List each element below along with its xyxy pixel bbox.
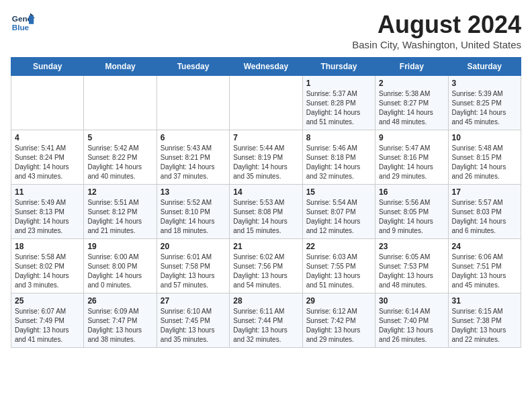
main-title: August 2024 — [352, 11, 521, 39]
calendar-cell: 12Sunrise: 5:51 AM Sunset: 8:12 PM Dayli… — [84, 185, 157, 239]
sub-title: Basin City, Washington, United States — [352, 39, 521, 50]
day-number: 27 — [161, 296, 226, 306]
calendar-cell: 30Sunrise: 6:14 AM Sunset: 7:40 PM Dayli… — [375, 293, 448, 348]
day-number: 13 — [161, 187, 226, 197]
day-wednesday: Wednesday — [230, 58, 302, 76]
day-info: Sunrise: 6:01 AM Sunset: 7:58 PM Dayligh… — [161, 253, 226, 290]
day-number: 19 — [87, 242, 152, 251]
calendar-week-4: 18Sunrise: 5:58 AM Sunset: 8:02 PM Dayli… — [11, 239, 521, 293]
calendar-cell: 18Sunrise: 5:58 AM Sunset: 8:02 PM Dayli… — [11, 239, 84, 293]
day-info: Sunrise: 5:38 AM Sunset: 8:27 PM Dayligh… — [379, 89, 444, 127]
calendar-cell: 11Sunrise: 5:49 AM Sunset: 8:13 PM Dayli… — [11, 185, 84, 239]
logo-icon: General Blue — [11, 11, 35, 35]
day-info: Sunrise: 5:48 AM Sunset: 8:15 PM Dayligh… — [452, 144, 517, 181]
day-number: 17 — [452, 187, 517, 197]
calendar-cell: 14Sunrise: 5:53 AM Sunset: 8:08 PM Dayli… — [230, 185, 302, 239]
calendar-cell: 28Sunrise: 6:11 AM Sunset: 7:44 PM Dayli… — [230, 293, 302, 348]
day-number: 25 — [15, 296, 80, 306]
day-number: 26 — [87, 296, 152, 306]
day-info: Sunrise: 6:05 AM Sunset: 7:53 PM Dayligh… — [379, 253, 444, 290]
day-number: 29 — [306, 296, 371, 306]
calendar-cell: 4Sunrise: 5:41 AM Sunset: 8:24 PM Daylig… — [11, 130, 84, 185]
day-info: Sunrise: 6:07 AM Sunset: 7:49 PM Dayligh… — [15, 307, 80, 345]
day-number: 12 — [87, 187, 152, 197]
svg-marker-2 — [29, 15, 34, 24]
calendar-cell: 21Sunrise: 6:02 AM Sunset: 7:56 PM Dayli… — [230, 239, 302, 293]
day-number: 3 — [452, 79, 517, 88]
calendar-body: 1Sunrise: 5:37 AM Sunset: 8:28 PM Daylig… — [11, 76, 521, 348]
day-info: Sunrise: 6:09 AM Sunset: 7:47 PM Dayligh… — [87, 307, 152, 345]
day-info: Sunrise: 5:58 AM Sunset: 8:02 PM Dayligh… — [15, 253, 80, 290]
logo: General Blue — [11, 11, 35, 35]
day-number: 2 — [379, 79, 444, 88]
calendar-cell: 23Sunrise: 6:05 AM Sunset: 7:53 PM Dayli… — [375, 239, 448, 293]
calendar-cell: 7Sunrise: 5:44 AM Sunset: 8:19 PM Daylig… — [230, 130, 302, 185]
day-info: Sunrise: 5:54 AM Sunset: 8:07 PM Dayligh… — [306, 198, 371, 236]
day-number: 21 — [233, 242, 298, 251]
day-info: Sunrise: 5:42 AM Sunset: 8:22 PM Dayligh… — [87, 144, 152, 181]
day-info: Sunrise: 6:02 AM Sunset: 7:56 PM Dayligh… — [233, 253, 298, 290]
day-info: Sunrise: 6:12 AM Sunset: 7:42 PM Dayligh… — [306, 307, 371, 345]
calendar-cell: 25Sunrise: 6:07 AM Sunset: 7:49 PM Dayli… — [11, 293, 84, 348]
day-number: 9 — [379, 133, 444, 142]
day-number: 22 — [306, 242, 371, 251]
day-number: 30 — [379, 296, 444, 306]
day-info: Sunrise: 5:49 AM Sunset: 8:13 PM Dayligh… — [15, 198, 80, 236]
calendar-cell: 9Sunrise: 5:47 AM Sunset: 8:16 PM Daylig… — [375, 130, 448, 185]
day-sunday: Sunday — [11, 58, 84, 76]
calendar-cell: 16Sunrise: 5:56 AM Sunset: 8:05 PM Dayli… — [375, 185, 448, 239]
calendar-week-3: 11Sunrise: 5:49 AM Sunset: 8:13 PM Dayli… — [11, 185, 521, 239]
day-number: 5 — [87, 133, 152, 142]
calendar-cell: 15Sunrise: 5:54 AM Sunset: 8:07 PM Dayli… — [302, 185, 375, 239]
calendar-cell: 29Sunrise: 6:12 AM Sunset: 7:42 PM Dayli… — [302, 293, 375, 348]
calendar-cell: 5Sunrise: 5:42 AM Sunset: 8:22 PM Daylig… — [84, 130, 157, 185]
page-header: General Blue August 2024 Basin City, Was… — [11, 11, 521, 50]
calendar-cell: 6Sunrise: 5:43 AM Sunset: 8:21 PM Daylig… — [157, 130, 229, 185]
calendar-cell: 27Sunrise: 6:10 AM Sunset: 7:45 PM Dayli… — [157, 293, 229, 348]
day-number: 31 — [452, 296, 517, 306]
day-number: 18 — [15, 242, 80, 251]
day-number: 15 — [306, 187, 371, 197]
svg-text:Blue: Blue — [12, 23, 30, 32]
calendar-week-1: 1Sunrise: 5:37 AM Sunset: 8:28 PM Daylig… — [11, 76, 521, 130]
day-saturday: Saturday — [448, 58, 521, 76]
day-monday: Monday — [84, 58, 157, 76]
day-number: 14 — [233, 187, 298, 197]
day-number: 20 — [161, 242, 226, 251]
day-info: Sunrise: 5:52 AM Sunset: 8:10 PM Dayligh… — [161, 198, 226, 236]
day-number: 10 — [452, 133, 517, 142]
title-block: August 2024 Basin City, Washington, Unit… — [352, 11, 521, 50]
day-info: Sunrise: 5:46 AM Sunset: 8:18 PM Dayligh… — [306, 144, 371, 181]
day-info: Sunrise: 6:10 AM Sunset: 7:45 PM Dayligh… — [161, 307, 226, 345]
calendar-cell — [84, 76, 157, 130]
calendar-week-5: 25Sunrise: 6:07 AM Sunset: 7:49 PM Dayli… — [11, 293, 521, 348]
calendar-cell: 10Sunrise: 5:48 AM Sunset: 8:15 PM Dayli… — [448, 130, 521, 185]
day-number: 4 — [15, 133, 80, 142]
day-tuesday: Tuesday — [157, 58, 229, 76]
day-info: Sunrise: 5:39 AM Sunset: 8:25 PM Dayligh… — [452, 89, 517, 127]
calendar-cell: 1Sunrise: 5:37 AM Sunset: 8:28 PM Daylig… — [302, 76, 375, 130]
day-number: 1 — [306, 79, 371, 88]
day-number: 28 — [233, 296, 298, 306]
day-info: Sunrise: 6:14 AM Sunset: 7:40 PM Dayligh… — [379, 307, 444, 345]
day-number: 11 — [15, 187, 80, 197]
day-info: Sunrise: 6:11 AM Sunset: 7:44 PM Dayligh… — [233, 307, 298, 345]
day-info: Sunrise: 6:06 AM Sunset: 7:51 PM Dayligh… — [452, 253, 517, 290]
day-number: 23 — [379, 242, 444, 251]
calendar-cell — [11, 76, 84, 130]
calendar-cell: 13Sunrise: 5:52 AM Sunset: 8:10 PM Dayli… — [157, 185, 229, 239]
calendar-cell: 2Sunrise: 5:38 AM Sunset: 8:27 PM Daylig… — [375, 76, 448, 130]
day-info: Sunrise: 5:57 AM Sunset: 8:03 PM Dayligh… — [452, 198, 517, 236]
calendar-cell: 22Sunrise: 6:03 AM Sunset: 7:55 PM Dayli… — [302, 239, 375, 293]
day-info: Sunrise: 5:56 AM Sunset: 8:05 PM Dayligh… — [379, 198, 444, 236]
calendar-cell: 19Sunrise: 6:00 AM Sunset: 8:00 PM Dayli… — [84, 239, 157, 293]
calendar-cell — [157, 76, 229, 130]
day-info: Sunrise: 6:00 AM Sunset: 8:00 PM Dayligh… — [87, 253, 152, 290]
calendar-cell — [230, 76, 302, 130]
calendar-cell: 31Sunrise: 6:15 AM Sunset: 7:38 PM Dayli… — [448, 293, 521, 348]
calendar-cell: 24Sunrise: 6:06 AM Sunset: 7:51 PM Dayli… — [448, 239, 521, 293]
day-info: Sunrise: 5:37 AM Sunset: 8:28 PM Dayligh… — [306, 89, 371, 127]
day-info: Sunrise: 6:03 AM Sunset: 7:55 PM Dayligh… — [306, 253, 371, 290]
day-number: 7 — [233, 133, 298, 142]
day-number: 6 — [161, 133, 226, 142]
